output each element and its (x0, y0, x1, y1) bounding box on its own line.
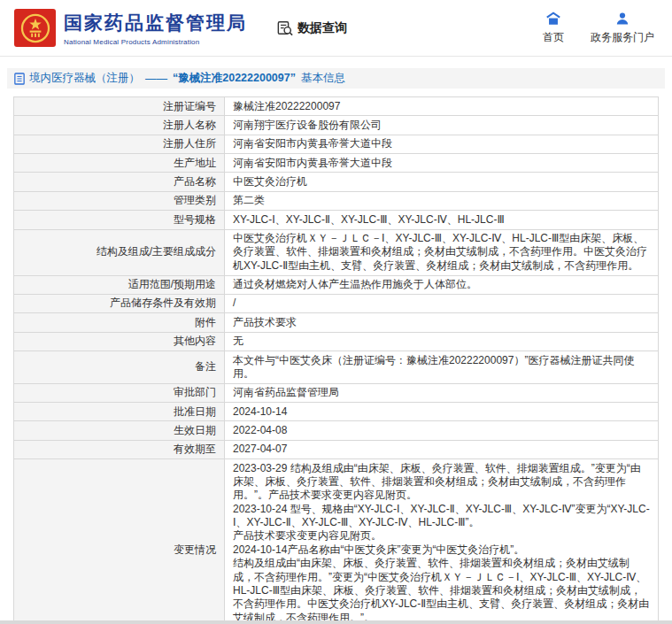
nav-home[interactable]: 首页 (543, 12, 564, 45)
field-value: 2023-03-29 结构及组成由“由床架、床板、灸疗装置、软件、排烟装置组成。… (225, 459, 659, 624)
breadcrumb: 境内医疗器械（注册） —— “豫械注准20222200097” 基本信息 (7, 68, 665, 89)
table-row: 适用范围/预期用途 通过灸材燃烧对人体产生温热作用施灸于人体部位。 (14, 275, 659, 294)
field-value: / (225, 294, 659, 312)
field-value: 豫械注准20222200097 (225, 97, 659, 116)
field-label: 其他内容 (14, 332, 225, 351)
field-value: 河南省安阳市内黄县帝誉大道中段 (225, 154, 659, 173)
nav-home-label: 首页 (543, 30, 564, 45)
field-value: 河南省安阳市内黄县帝誉大道中段 (225, 135, 659, 153)
field-label: 注册证编号 (14, 97, 225, 116)
field-value: 中医艾灸治疗机ＸＹ－ＪＬＣ－Ⅰ、XY-JLC-Ⅲ、XY-JLC-Ⅳ、HL-JLC… (225, 229, 659, 275)
field-label: 管理类别 (14, 191, 225, 210)
data-query-label: 数据查询 (297, 20, 347, 36)
registration-info-table: 注册证编号 豫械注准20222200097 注册人名称 河南翔宇医疗设备股份有限… (13, 96, 659, 624)
field-value: 2027-04-07 (225, 440, 659, 458)
table-row: 产品储存条件及有效期 / (14, 294, 659, 312)
table-row: 生效日期 2022-04-08 (14, 421, 659, 440)
field-value: XY-JLC-Ⅰ、XY-JLC-Ⅱ、XY-JLC-Ⅲ、XY-JLC-Ⅳ、HL-J… (225, 211, 659, 229)
table-row: 结构及组成/主要组成成分 中医艾灸治疗机ＸＹ－ＪＬＣ－Ⅰ、XY-JLC-Ⅲ、XY… (14, 229, 659, 275)
field-label: 生效日期 (14, 421, 225, 440)
field-label: 审批部门 (14, 383, 225, 402)
agency-titles: 国家药品监督管理局 National Medical Products Admi… (64, 11, 247, 46)
field-value: 河南省药品监督管理局 (225, 383, 659, 402)
person-icon (615, 12, 630, 27)
breadcrumb-cert-no: “豫械注准20222200097” (173, 71, 296, 86)
table-row: 变更情况 2023-03-29 结构及组成由“由床架、床板、灸疗装置、软件、排烟… (14, 459, 659, 624)
home-icon (545, 12, 561, 27)
site-header: 国家药品监督管理局 National Medical Products Admi… (0, 0, 672, 57)
field-value: 中医艾灸治疗机 (225, 173, 659, 191)
national-emblem-icon (20, 13, 50, 43)
field-value: 2022-04-08 (225, 421, 659, 440)
breadcrumb-category[interactable]: 境内医疗器械（注册） (29, 71, 140, 86)
table-row: 其他内容 无 (14, 332, 659, 351)
field-label: 产品名称 (14, 173, 225, 191)
breadcrumb-separator: —— (145, 73, 167, 85)
field-label: 有效期至 (14, 440, 225, 458)
document-icon (14, 73, 25, 85)
field-label: 备注 (14, 351, 225, 384)
field-label: 注册人住所 (14, 135, 225, 153)
field-label: 适用范围/预期用途 (14, 275, 225, 294)
table-row: 注册人名称 河南翔宇医疗设备股份有限公司 (14, 116, 659, 135)
header-nav: 首页 政务服务门户 (543, 12, 660, 45)
data-query-tab[interactable]: 数据查询 (277, 20, 347, 36)
field-label: 生产地址 (14, 154, 225, 173)
agency-subtitle: National Medical Products Administration (64, 38, 247, 46)
agency-title: 国家药品监督管理局 (64, 11, 247, 35)
table-row: 型号规格 XY-JLC-Ⅰ、XY-JLC-Ⅱ、XY-JLC-Ⅲ、XY-JLC-Ⅳ… (14, 211, 659, 229)
table-row: 批准日期 2024-10-14 (14, 403, 659, 421)
field-value: 无 (225, 332, 659, 351)
field-label: 注册人名称 (14, 116, 225, 135)
field-label: 附件 (14, 313, 225, 332)
table-row: 注册证编号 豫械注准20222200097 (14, 97, 659, 116)
table-row: 有效期至 2027-04-07 (14, 440, 659, 458)
field-label: 变更情况 (14, 459, 225, 624)
table-row: 审批部门 河南省药品监督管理局 (14, 383, 659, 402)
table-row: 备注 本文件与“中医艾灸床（注册证编号：豫械注准20222200097）”医疗器… (14, 351, 659, 384)
field-label: 产品储存条件及有效期 (14, 294, 225, 312)
field-label: 批准日期 (14, 403, 225, 421)
breadcrumb-title: 基本信息 (301, 71, 345, 86)
table-row: 生产地址 河南省安阳市内黄县帝誉大道中段 (14, 154, 659, 173)
field-label: 结构及组成/主要组成成分 (14, 229, 225, 275)
field-value: 2024-10-14 (225, 403, 659, 421)
table-row: 产品名称 中医艾灸治疗机 (14, 173, 659, 191)
field-value: 通过灸材燃烧对人体产生温热作用施灸于人体部位。 (225, 275, 659, 294)
search-document-icon (277, 20, 293, 36)
nav-portal[interactable]: 政务服务门户 (591, 12, 654, 45)
field-value: 本文件与“中医艾灸床（注册证编号：豫械注准20222200097）”医疗器械注册… (225, 351, 659, 384)
table-row: 管理类别 第二类 (14, 191, 659, 210)
footer-divider (0, 620, 672, 624)
nav-portal-label: 政务服务门户 (591, 30, 654, 45)
field-value: 第二类 (225, 191, 659, 210)
field-value: 河南翔宇医疗设备股份有限公司 (225, 116, 659, 135)
nmpa-logo (14, 9, 56, 47)
field-label: 型号规格 (14, 211, 225, 229)
table-row: 附件 产品技术要求 (14, 313, 659, 332)
table-row: 注册人住所 河南省安阳市内黄县帝誉大道中段 (14, 135, 659, 153)
field-value: 产品技术要求 (225, 313, 659, 332)
